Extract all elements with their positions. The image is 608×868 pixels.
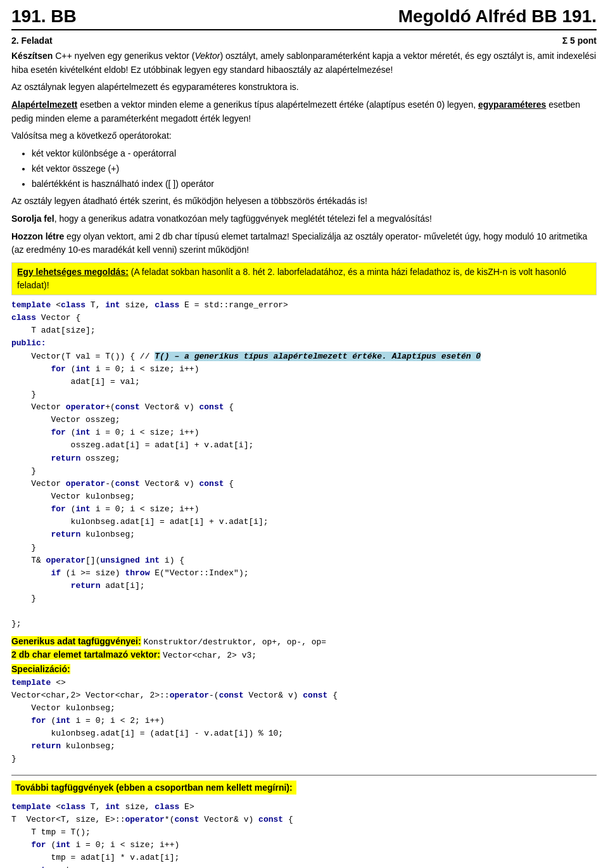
generic-tag-functions: Generikus adat tagfüggvényei: Konstrukto… xyxy=(11,636,597,647)
vector-example-line: 2 db char elemet tartalmazó vektor: Vect… xyxy=(11,649,597,660)
specialization-code: template <> Vector<char,2> Vector<char, … xyxy=(11,675,597,767)
task-number: 2. Feladat xyxy=(11,35,53,46)
task-para-6: Sorolja fel, hogy a generikus adatra von… xyxy=(11,212,597,226)
task-body: Készítsen C++ nyelven egy generikus vekt… xyxy=(11,49,597,257)
generic-label: Generikus adat tagfüggvényei: xyxy=(11,636,141,646)
task-bullet-3: balértékként is használható index ([ ]) … xyxy=(32,177,597,191)
specialization-label: Specializáció: xyxy=(11,664,70,674)
task-bullet-1: két vektor különbsége a - operátorral xyxy=(32,147,597,161)
header-left: 191. BB xyxy=(11,6,77,27)
task-para-4: Valósítsa meg a következő operátorokat: xyxy=(11,129,597,143)
vector-example-label: 2 db char elemet tartalmazó vektor: xyxy=(11,649,160,660)
more-functions-code: template <class T, int size, class E> T … xyxy=(11,800,597,868)
more-functions-label: További tagfüggvények (ebben a csoportba… xyxy=(11,781,296,795)
task-para-5: Az osztály legyen átadható érték szerint… xyxy=(11,195,597,208)
header-right: Megoldó Alfréd BB 191. xyxy=(398,6,597,27)
hint-label: Egy lehetséges megoldás: xyxy=(17,267,129,277)
task-bullets: két vektor különbsége a - operátorral ké… xyxy=(32,147,597,191)
hint-box: Egy lehetséges megoldás: (A feladat sokb… xyxy=(11,262,597,295)
specialization-label-line: Specializáció: xyxy=(11,664,597,674)
code-main: template <class T, int size, class E = s… xyxy=(11,298,597,632)
page-header: 191. BB Megoldó Alfréd BB 191. xyxy=(11,6,597,30)
task-header: 2. Feladat Σ 5 pont xyxy=(11,35,597,46)
more-functions-label-line: További tagfüggvények (ebben a csoportba… xyxy=(11,781,597,797)
task-bullet-2: két vektor összege (+) xyxy=(32,162,597,176)
section-divider xyxy=(11,775,597,775)
task-points: Σ 5 pont xyxy=(562,35,597,46)
generic-text: Konstruktor/destruktor, op+, op-, op= xyxy=(144,637,327,647)
task-para-1: Készítsen C++ nyelven egy generikus vekt… xyxy=(11,49,597,77)
task-para-2: Az osztálynak legyen alapértelmezett és … xyxy=(11,80,597,94)
vector-example-code: Vector<char, 2> v3; xyxy=(163,651,256,660)
task-para-7: Hozzon létre egy olyan vektort, ami 2 db… xyxy=(11,230,597,257)
task-para-3: Alapértelmezett esetben a vektor minden … xyxy=(11,98,597,125)
